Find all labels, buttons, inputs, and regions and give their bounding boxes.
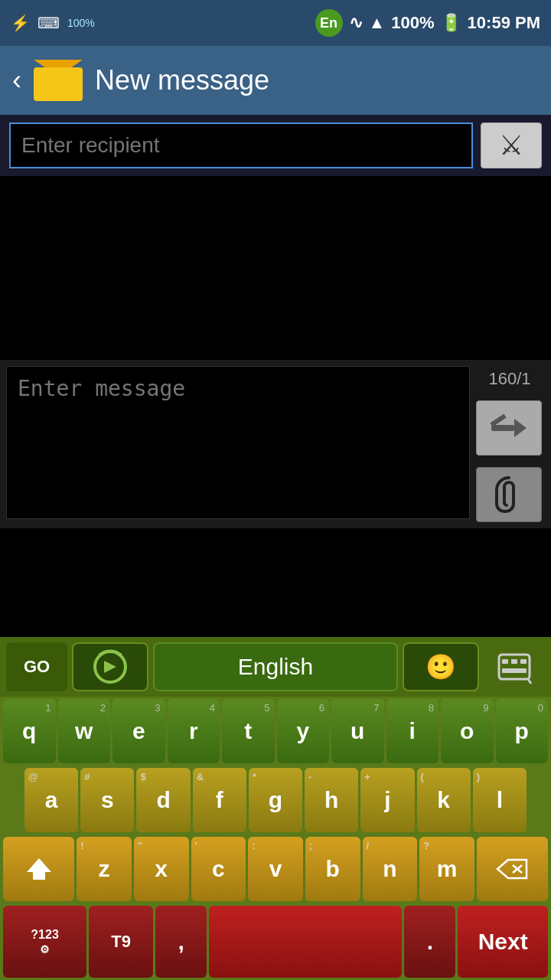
status-bar: ⚡ ⌨ 100% En ∿ ▲ 100% 🔋 10:59 PM bbox=[0, 0, 551, 46]
keyboard-icon: ⌨ bbox=[37, 14, 60, 32]
key-w[interactable]: w2 bbox=[58, 699, 111, 763]
contact-icon: ⚔ bbox=[499, 129, 523, 162]
keyboard-row-3: z! x" c' v: b; n/ m? bbox=[0, 835, 551, 903]
back-button[interactable]: ‹ bbox=[12, 64, 21, 96]
key-i[interactable]: i8 bbox=[386, 699, 439, 763]
key-s[interactable]: s# bbox=[80, 768, 134, 832]
key-k[interactable]: k( bbox=[417, 768, 471, 832]
message-body-area bbox=[0, 176, 551, 360]
keyboard-settings-icon bbox=[496, 648, 533, 685]
svg-rect-0 bbox=[491, 425, 514, 431]
key-l[interactable]: l) bbox=[473, 768, 527, 832]
keyboard-row-1: q1 w2 e3 r4 t5 y6 u7 i8 o9 p0 bbox=[0, 697, 551, 766]
space-key[interactable] bbox=[209, 906, 402, 978]
key-h[interactable]: h- bbox=[305, 768, 358, 832]
key-m[interactable]: m? bbox=[419, 837, 474, 901]
key-c[interactable]: c' bbox=[191, 837, 246, 901]
key-j[interactable]: j+ bbox=[360, 768, 414, 832]
svg-line-2 bbox=[491, 416, 505, 425]
battery-label: 100% bbox=[391, 13, 434, 33]
time-display: 10:59 PM bbox=[468, 13, 540, 33]
key-a[interactable]: a@ bbox=[24, 768, 78, 832]
recipient-input[interactable] bbox=[9, 122, 473, 168]
key-g[interactable]: g* bbox=[249, 768, 302, 832]
signal-icon: ▲ bbox=[369, 13, 386, 33]
send-icon bbox=[490, 414, 528, 442]
emoji-button[interactable]: 🙂 bbox=[403, 642, 479, 691]
recipient-area: ⚔ bbox=[0, 115, 551, 176]
message-side-controls: 160/1 bbox=[476, 366, 543, 522]
page-title: New message bbox=[95, 64, 269, 96]
svg-rect-6 bbox=[511, 659, 517, 664]
char-count: 160/1 bbox=[476, 369, 543, 389]
key-t[interactable]: t5 bbox=[222, 699, 275, 763]
svg-marker-9 bbox=[27, 858, 51, 880]
mail-icon bbox=[34, 60, 83, 101]
contact-picker-button[interactable]: ⚔ bbox=[481, 122, 542, 168]
keyboard-settings-button[interactable] bbox=[484, 642, 545, 691]
go-button[interactable]: GO bbox=[6, 642, 67, 691]
svg-rect-7 bbox=[520, 659, 527, 664]
top-bar: ‹ New message bbox=[0, 46, 551, 115]
usb-icon: ⚡ bbox=[11, 14, 30, 32]
next-key[interactable]: Next bbox=[458, 906, 548, 978]
battery-small-icon: 100% bbox=[67, 17, 95, 29]
key-p[interactable]: p0 bbox=[496, 699, 549, 763]
t9-key[interactable]: T9 bbox=[89, 906, 153, 978]
key-e[interactable]: e3 bbox=[112, 699, 165, 763]
svg-rect-8 bbox=[502, 668, 527, 673]
attach-icon bbox=[493, 475, 525, 514]
input-mode-button[interactable] bbox=[72, 642, 148, 691]
key-n[interactable]: n/ bbox=[363, 837, 418, 901]
comma-key[interactable]: , bbox=[155, 906, 207, 978]
send-button[interactable] bbox=[476, 400, 542, 456]
key-u[interactable]: u7 bbox=[331, 699, 384, 763]
key-y[interactable]: y6 bbox=[277, 699, 330, 763]
key-z[interactable]: z! bbox=[77, 837, 132, 901]
key-v[interactable]: v: bbox=[248, 837, 303, 901]
backspace-icon bbox=[496, 857, 528, 881]
emoji-icon: 🙂 bbox=[425, 652, 456, 681]
backspace-key[interactable] bbox=[477, 837, 548, 901]
key-x[interactable]: x" bbox=[134, 837, 189, 901]
keyboard-control-row: GO English 🙂 bbox=[0, 637, 551, 697]
attach-button[interactable] bbox=[476, 467, 542, 522]
key-q[interactable]: q1 bbox=[3, 699, 56, 763]
message-input[interactable] bbox=[6, 366, 470, 519]
settings-sub-icon: ⚙ bbox=[40, 943, 50, 956]
language-button[interactable]: English bbox=[153, 642, 398, 691]
cycle-icon bbox=[90, 647, 130, 687]
language-indicator: En bbox=[315, 9, 343, 37]
key-r[interactable]: r4 bbox=[168, 699, 220, 763]
num-sym-key[interactable]: ?123 ⚙ bbox=[3, 906, 86, 978]
shift-icon bbox=[25, 855, 53, 883]
key-o[interactable]: o9 bbox=[441, 699, 494, 763]
keyboard: GO English 🙂 q1 w2 bbox=[0, 637, 551, 980]
key-f[interactable]: f& bbox=[193, 768, 246, 832]
key-b[interactable]: b; bbox=[305, 837, 360, 901]
svg-rect-5 bbox=[502, 659, 508, 664]
message-area: 160/1 bbox=[0, 360, 551, 528]
key-d[interactable]: d$ bbox=[136, 768, 190, 832]
svg-marker-1 bbox=[514, 419, 527, 437]
wifi-icon: ∿ bbox=[349, 13, 363, 33]
keyboard-row-4: ?123 ⚙ T9 , . Next bbox=[0, 903, 551, 980]
period-key[interactable]: . bbox=[404, 906, 455, 978]
shift-key[interactable] bbox=[3, 837, 74, 901]
keyboard-row-2: a@ s# d$ f& g* h- j+ k( l) bbox=[0, 766, 551, 835]
svg-rect-4 bbox=[499, 655, 530, 679]
battery-icon: 🔋 bbox=[441, 13, 461, 33]
